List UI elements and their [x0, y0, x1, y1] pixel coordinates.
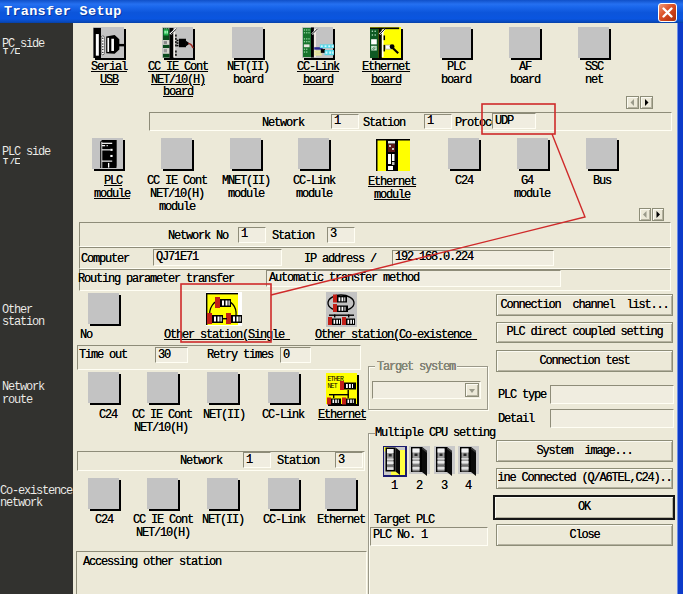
svg-text:NET: NET	[328, 383, 338, 390]
